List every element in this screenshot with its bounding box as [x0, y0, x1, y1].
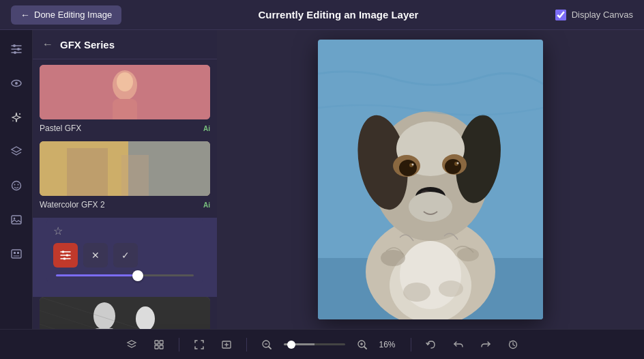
- face-icon-btn[interactable]: [5, 175, 27, 197]
- main-area: ← GFX Series: [0, 30, 644, 329]
- bottom-bar: 16%: [0, 329, 644, 359]
- svg-rect-20: [113, 99, 137, 119]
- filter-confirm-button[interactable]: ✓: [113, 243, 138, 268]
- zoom-fit-icon: [221, 339, 232, 350]
- sparkle-icon-btn[interactable]: [5, 106, 27, 128]
- fit-screen-icon: [194, 339, 205, 350]
- filter-item-pastel-gfx[interactable]: Pastel GFX Ai: [33, 65, 217, 141]
- svg-point-12: [17, 184, 18, 186]
- filter-intensity-slider[interactable]: [56, 274, 194, 276]
- dog-portrait-svg: [318, 40, 543, 319]
- svg-rect-70: [155, 341, 158, 344]
- arrow-left-icon: ←: [20, 10, 30, 20]
- filter-item-comic-noir[interactable]: Comic Noir GFX Ai: [33, 297, 217, 329]
- filter-settings-button[interactable]: [53, 243, 78, 268]
- sparkle-icon: [10, 111, 23, 124]
- layers-icon: [10, 145, 23, 158]
- svg-rect-32: [63, 258, 65, 260]
- zoom-out-icon: [261, 339, 272, 350]
- svg-rect-30: [66, 255, 68, 257]
- image-icon-btn[interactable]: [5, 209, 27, 231]
- filter-thumb-comic: [40, 297, 210, 329]
- svg-rect-25: [67, 148, 108, 196]
- face-icon: [10, 180, 23, 192]
- panel-title: GFX Series: [60, 39, 115, 51]
- divider-3: [411, 338, 411, 351]
- svg-rect-17: [17, 252, 19, 254]
- eye-icon-btn[interactable]: [5, 72, 27, 94]
- svg-point-8: [19, 113, 20, 115]
- undo-icon: [426, 339, 437, 350]
- zoom-out-btn[interactable]: [257, 334, 277, 355]
- filter-slider-row: [53, 274, 196, 276]
- zoom-slider[interactable]: [284, 343, 345, 345]
- mask-icon-btn[interactable]: [5, 243, 27, 265]
- svg-point-7: [15, 82, 18, 85]
- svg-point-69: [439, 281, 463, 297]
- sliders-icon: [10, 43, 23, 55]
- canvas-image: [318, 40, 543, 319]
- filter-panel: ← GFX Series: [33, 30, 217, 329]
- history-btn[interactable]: [503, 334, 523, 355]
- svg-rect-72: [155, 345, 158, 349]
- fit-screen-btn[interactable]: [189, 334, 209, 355]
- page-title: Currently Editing an Image Layer: [258, 9, 418, 20]
- panel-back-button[interactable]: ←: [42, 38, 53, 51]
- filter-label-row-pastel: Pastel GFX Ai: [40, 122, 210, 134]
- svg-point-10: [12, 182, 20, 190]
- undo-btn[interactable]: [421, 334, 441, 355]
- svg-point-56: [399, 160, 417, 176]
- filter-thumb-watercolor: [40, 141, 210, 196]
- redo-btn[interactable]: [475, 334, 496, 355]
- settings-sliders-icon: [59, 249, 72, 261]
- ai-badge-pastel: Ai: [203, 125, 210, 132]
- display-canvas-label: Display Canvas: [572, 10, 633, 20]
- grid-bottom-btn[interactable]: [149, 334, 169, 355]
- done-label: Done Editing Image: [34, 10, 112, 20]
- filter-item-comic-noir-selected[interactable]: ☆: [33, 218, 217, 297]
- sliders-icon-btn[interactable]: [5, 38, 27, 60]
- star-icon[interactable]: ☆: [53, 225, 63, 238]
- filter-item-watercolor-gfx2[interactable]: Watercolor GFX 2 Ai: [33, 141, 217, 218]
- svg-point-9: [12, 120, 14, 121]
- zoom-in-btn[interactable]: [352, 334, 372, 355]
- svg-point-11: [14, 184, 15, 186]
- filter-list: Pastel GFX Ai: [33, 59, 217, 329]
- filter-label-watercolor: Watercolor GFX 2: [40, 200, 105, 210]
- svg-point-66: [381, 250, 405, 266]
- undo-alt-icon: [453, 339, 464, 350]
- svg-point-14: [13, 218, 15, 220]
- mask-icon: [10, 248, 23, 260]
- svg-line-79: [269, 347, 271, 349]
- filter-star-row: ☆: [53, 225, 196, 238]
- filter-cancel-button[interactable]: ✕: [83, 243, 108, 268]
- svg-rect-28: [62, 251, 64, 253]
- svg-point-57: [445, 159, 461, 174]
- svg-rect-26: [121, 155, 149, 196]
- layers-bottom-icon: [126, 339, 137, 350]
- zoom-fit-btn[interactable]: [216, 334, 237, 355]
- divider-1: [179, 338, 179, 351]
- icon-sidebar: [0, 30, 33, 329]
- topbar: ← Done Editing Image Currently Editing a…: [0, 0, 644, 30]
- display-canvas-checkbox[interactable]: [555, 10, 566, 20]
- svg-rect-71: [160, 341, 163, 344]
- filter-selected-controls: ☆: [46, 218, 203, 283]
- svg-rect-16: [14, 252, 16, 254]
- filter-label-row-watercolor: Watercolor GFX 2 Ai: [40, 199, 210, 211]
- redo-icon: [480, 339, 491, 350]
- filter-controls-row: ✕ ✓: [53, 243, 196, 268]
- layers-bottom-btn[interactable]: [121, 334, 142, 355]
- divider-2: [246, 338, 247, 351]
- filter-label-pastel: Pastel GFX: [40, 124, 81, 133]
- undo-alt-btn[interactable]: [448, 334, 469, 355]
- zoom-slider-wrap: [284, 343, 345, 345]
- image-icon: [10, 214, 23, 226]
- panel-header: ← GFX Series: [33, 30, 217, 59]
- layers-icon-btn[interactable]: [5, 141, 27, 162]
- zoom-in-icon: [357, 339, 368, 350]
- svg-point-5: [14, 51, 16, 54]
- done-editing-button[interactable]: ← Done Editing Image: [11, 5, 121, 25]
- display-canvas-control: Display Canvas: [555, 10, 633, 20]
- zoom-percentage: 16%: [379, 340, 401, 349]
